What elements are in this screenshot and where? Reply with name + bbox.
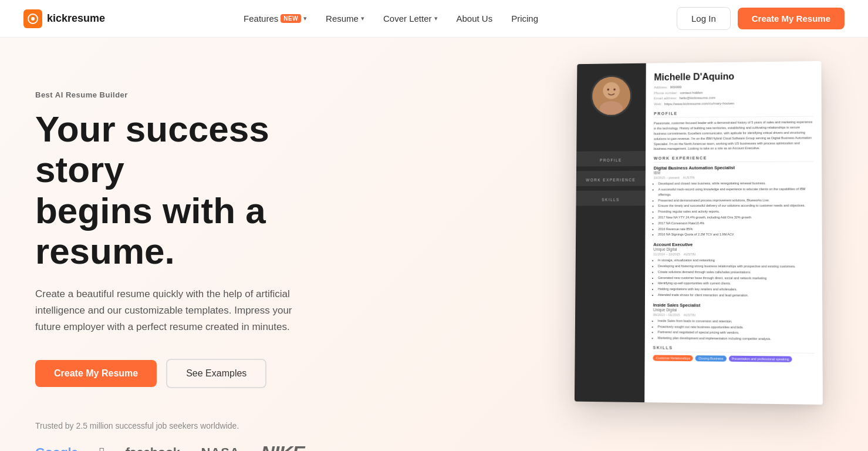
skill-1: Customer Relationships xyxy=(653,355,693,361)
work-sidebar-label: WORK EXPERIENCE xyxy=(576,171,646,186)
hero-description: Create a beautiful resume quickly with t… xyxy=(35,286,317,335)
hero-section: Best AI Resume Builder Your success stor… xyxy=(0,38,868,451)
resume-main: Michelle D'Aquino Address: 909999 Phone … xyxy=(644,61,823,405)
hero-examples-button[interactable]: See Examples xyxy=(166,359,266,388)
job-1: Digital Business Automation Specialist I… xyxy=(653,165,813,238)
new-badge: NEW xyxy=(281,14,301,23)
logo[interactable]: kickresume xyxy=(23,9,105,28)
profile-section-title: PROFILE xyxy=(654,110,813,118)
trusted-text: Trusted by 2.5 million successful job se… xyxy=(35,421,364,430)
nav-actions: Log In Create My Resume xyxy=(677,7,845,30)
nav-features[interactable]: Features NEW ▾ xyxy=(235,9,315,28)
avatar-image xyxy=(592,77,630,115)
nav-cover-letter[interactable]: Cover Letter ▾ xyxy=(375,9,446,28)
nav-about[interactable]: About Us xyxy=(448,9,501,28)
resume-preview: PROFILE WORK EXPERIENCE SKILLS Michelle … xyxy=(575,61,833,402)
trusted-logos: Google  facebook NASA NIKE xyxy=(35,442,364,451)
hero-buttons: Create My Resume See Examples xyxy=(35,359,364,388)
logo-icon xyxy=(23,9,42,28)
avatar xyxy=(590,75,632,117)
profile-sidebar-label: PROFILE xyxy=(576,151,646,166)
google-logo: Google xyxy=(35,445,78,451)
skills-section-title: SKILLS xyxy=(653,345,815,354)
skills-sidebar-label: SKILLS xyxy=(576,190,646,206)
login-button[interactable]: Log In xyxy=(677,7,731,30)
trusted-section: Trusted by 2.5 million successful job se… xyxy=(35,421,364,451)
facebook-logo: facebook xyxy=(126,445,180,451)
nav-links: Features NEW ▾ Resume ▾ Cover Letter ▾ A… xyxy=(235,9,546,28)
chevron-down-icon: ▾ xyxy=(303,15,307,22)
navbar: kickresume Features NEW ▾ Resume ▾ Cover… xyxy=(0,0,868,38)
resume-card: PROFILE WORK EXPERIENCE SKILLS Michelle … xyxy=(575,61,823,405)
resume-name: Michelle D'Aquino xyxy=(654,70,813,83)
logo-text: kickresume xyxy=(47,12,105,25)
resume-contact: Address: 909999 Phone number: contact hi… xyxy=(654,83,813,107)
create-resume-button[interactable]: Create My Resume xyxy=(738,8,845,29)
resume-sidebar: PROFILE WORK EXPERIENCE SKILLS xyxy=(575,63,646,402)
hero-badge: Best AI Resume Builder xyxy=(35,90,364,99)
hero-create-button[interactable]: Create My Resume xyxy=(35,360,157,387)
skill-2: Closing Business xyxy=(695,355,727,362)
svg-point-1 xyxy=(31,17,35,21)
nav-resume[interactable]: Resume ▾ xyxy=(318,9,373,28)
job-2: Account Executive Unique Digital 11/2014… xyxy=(653,242,814,298)
job-1-bullets: Developed and closed new business, while… xyxy=(653,181,813,238)
skills-row: Customer Relationships Closing Business … xyxy=(653,355,814,362)
nav-pricing[interactable]: Pricing xyxy=(503,9,546,28)
work-section-title: WORK EXPERIENCE xyxy=(654,156,813,163)
nasa-logo: NASA xyxy=(201,445,239,451)
chevron-down-icon: ▾ xyxy=(434,15,438,22)
hero-content: Best AI Resume Builder Your success stor… xyxy=(35,73,364,451)
skill-3: Presentation and professional speaking xyxy=(729,356,792,362)
job-3-bullets: Inside Sales from leads to conversion an… xyxy=(653,318,815,342)
job-2-bullets: In storage, virtualization and networkin… xyxy=(653,258,814,298)
nike-logo: NIKE xyxy=(261,442,305,451)
apple-logo:  xyxy=(99,444,104,451)
hero-title: Your success story begins with a resume. xyxy=(35,109,364,272)
profile-text: Passionate, customer-focused leader with… xyxy=(654,120,813,152)
job-3: Inside Sales Specialist Unique Digital 0… xyxy=(653,302,815,342)
chevron-down-icon: ▾ xyxy=(361,15,364,22)
